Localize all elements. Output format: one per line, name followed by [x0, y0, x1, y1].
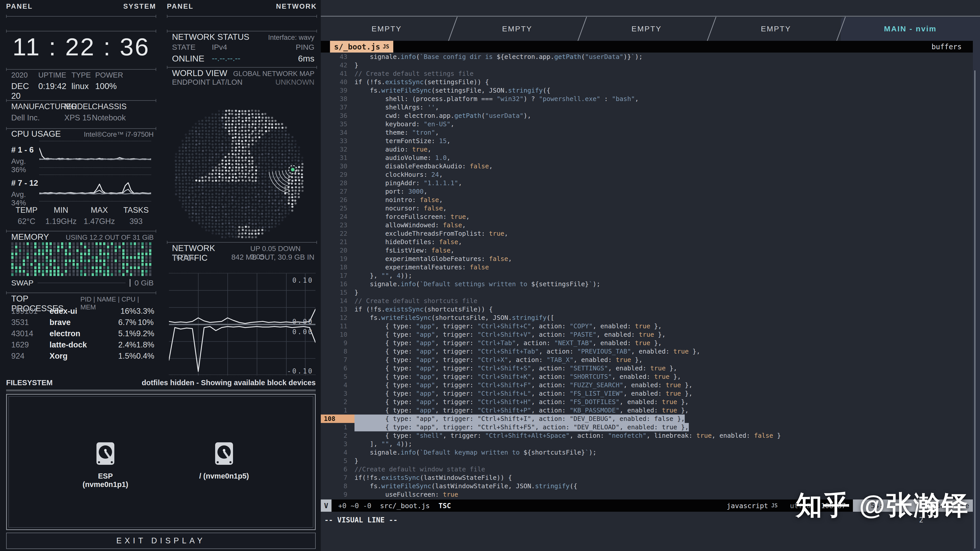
code-line: 34 theme: "tron",: [321, 128, 973, 137]
memory-dot: [88, 252, 90, 256]
memory-dot: [61, 242, 63, 245]
memory-dot: [118, 259, 121, 262]
memory-dot: [34, 246, 37, 248]
ping-value: 6ms: [266, 54, 314, 64]
memory-dot: [15, 246, 18, 248]
memory-dot: [49, 249, 52, 252]
tab-main-nvim[interactable]: MAIN - nvim: [841, 17, 980, 41]
memory-dot: [57, 242, 59, 245]
memory-dot: [76, 256, 79, 259]
memory-dot: [95, 246, 98, 248]
memory-dot: [134, 252, 136, 256]
memory-dot: [19, 249, 21, 252]
memory-dot: [103, 273, 105, 276]
code-line: 1 { type: "app", trigger: "Ctrl+Shift+F5…: [321, 423, 973, 431]
exit-display-button[interactable]: EXIT DISPLAY: [6, 533, 316, 549]
svg-text:0.00: 0.00: [292, 318, 313, 326]
memory-dot: [46, 259, 48, 262]
memory-dot: [38, 259, 40, 262]
line-number: 24: [321, 213, 355, 221]
memory-dot: [84, 273, 86, 276]
code-area[interactable]: 43 signale.info(`Base config dir is ${el…: [321, 52, 973, 499]
memory-dot: [61, 263, 63, 266]
memory-dot: [73, 266, 75, 269]
memory-dot: [49, 252, 52, 256]
memory-dot: [118, 246, 121, 248]
code-line: 4 { type: "app", trigger: "Ctrl+Shift+F"…: [321, 381, 973, 389]
open-file-chip[interactable]: s/_boot.js JS: [330, 41, 393, 52]
line-number: 27: [321, 187, 355, 196]
memory-dot: [126, 252, 128, 256]
endpoint-marker-icon: [291, 168, 294, 171]
memory-dot: [42, 249, 44, 252]
memory-dot: [76, 249, 79, 252]
memory-dot: [126, 242, 128, 245]
code-line: 33 termFontSize: 15,: [321, 137, 973, 145]
memory-dot: [99, 263, 102, 266]
tab-empty-4[interactable]: EMPTY: [711, 17, 841, 41]
memory-dot: [84, 256, 86, 259]
memory-dot: [80, 242, 83, 245]
memory-dot: [65, 242, 67, 245]
manufacturer-label: MANUFACTURER: [11, 102, 64, 111]
memory-dot: [115, 256, 117, 259]
memory-dot: [145, 252, 148, 256]
date-value: DEC 20: [11, 81, 38, 101]
global-map-note: GLOBAL NETWORK MAP: [233, 70, 314, 78]
memory-dot: [145, 242, 148, 245]
panel-label: PANEL: [6, 3, 33, 11]
globe-map[interactable]: [167, 89, 317, 242]
memory-dot: [118, 252, 121, 256]
memory-dot: [30, 270, 33, 273]
tasks-value: 393: [118, 217, 154, 226]
memory-dot: [126, 246, 128, 248]
cpu-group2-label: # 7 - 12: [11, 179, 39, 188]
filesystem-box: ESP (nvme0n1p1) / (nvme0n1p5): [6, 394, 316, 530]
ping-label: PING: [266, 43, 314, 52]
memory-dot: [92, 256, 94, 259]
line-number: 9: [321, 339, 355, 347]
code-line: 6//Create default window state file: [321, 465, 973, 473]
code-line: 5}: [321, 457, 973, 465]
memory-dot: [76, 270, 79, 273]
memory-dot: [115, 270, 117, 273]
state-label: STATE: [172, 43, 212, 52]
tab-empty-1[interactable]: EMPTY: [321, 17, 452, 41]
tab-empty-3[interactable]: EMPTY: [582, 17, 711, 41]
memory-dot: [65, 263, 67, 266]
memory-dot: [134, 242, 136, 245]
memory-dot: [142, 256, 144, 259]
memory-dot: [122, 273, 124, 276]
memory-dot: [38, 252, 40, 256]
memory-dot: [49, 242, 52, 245]
memory-dot: [73, 252, 75, 256]
memory-dot: [88, 246, 90, 248]
code-line: 29 clockHours: 24,: [321, 170, 973, 179]
code-line: 23 allowWindowed: false,: [321, 221, 973, 229]
memory-dot: [73, 256, 75, 259]
memory-dot: [57, 249, 59, 252]
vim-mode-message: -- VISUAL LINE --: [325, 516, 398, 524]
disk-item[interactable]: / (nvme0n1p5): [193, 442, 255, 480]
memory-dot: [88, 259, 90, 262]
memory-dot: [92, 249, 94, 252]
line-number: 12: [321, 313, 355, 322]
memory-dot: [84, 252, 86, 256]
memory-dot: [53, 263, 56, 266]
memory-dot: [76, 266, 79, 269]
tab-empty-2[interactable]: EMPTY: [452, 17, 582, 41]
code-line: 43 signale.info(`Base config dir is ${el…: [321, 52, 973, 61]
editor-scrollbar[interactable]: [974, 70, 975, 548]
memory-dot: [61, 256, 63, 259]
disk-item[interactable]: ESP (nvme0n1p1): [75, 442, 136, 489]
line-number: 19: [321, 254, 355, 263]
memory-dot: [99, 273, 102, 276]
uptime-label: UPTIME: [38, 71, 72, 79]
memory-dot: [34, 270, 37, 273]
memory-dot: [142, 246, 144, 248]
memory-dot: [23, 256, 25, 259]
memory-dot: [80, 273, 83, 276]
line-number: 39: [321, 86, 355, 95]
memory-dot: [46, 246, 48, 248]
memory-dot: [126, 270, 128, 273]
